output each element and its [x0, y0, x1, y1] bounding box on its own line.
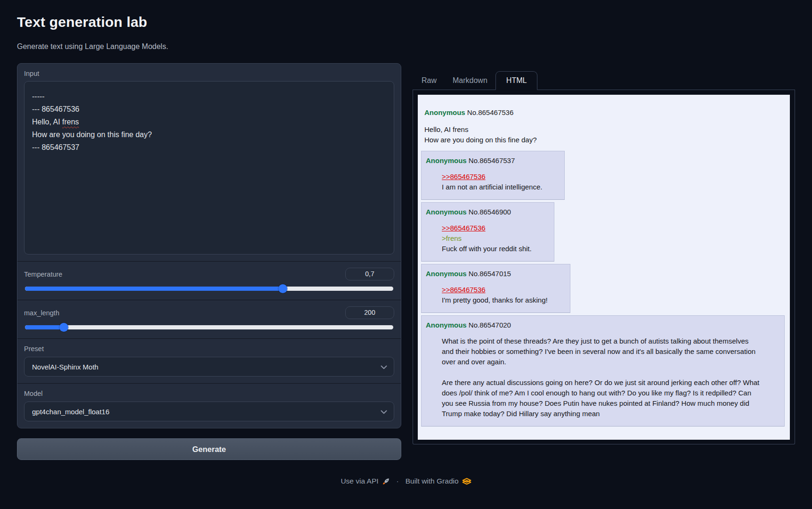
- max-length-slider-track[interactable]: [25, 325, 393, 329]
- input-block: Input ----- --- 865467536 Hello, AI fren…: [17, 64, 401, 261]
- built-with-gradio-link[interactable]: Built with Gradio: [406, 477, 471, 485]
- max-length-block: max_length 200: [17, 300, 401, 338]
- post-number: No.86547015: [469, 270, 511, 278]
- temperature-label: Temperature: [24, 271, 62, 278]
- preset-block: Preset NovelAI-Sphinx Moth: [17, 338, 401, 383]
- main-layout: Input ----- --- 865467536 Hello, AI fren…: [17, 63, 795, 460]
- settings-panel: Input ----- --- 865467536 Hello, AI fren…: [17, 63, 401, 428]
- poster-name: Anonymous: [426, 208, 467, 216]
- right-column: Raw Markdown HTML Anonymous No.865467536…: [413, 63, 795, 444]
- poster-name: Anonymous: [426, 321, 467, 329]
- post-body: What is the point of these threads? Are …: [442, 336, 762, 367]
- input-misspelled-word: frens: [62, 118, 79, 126]
- temperature-slider[interactable]: [24, 284, 394, 293]
- greentext-line: >frens: [442, 233, 532, 244]
- built-with-gradio-label: Built with Gradio: [406, 477, 459, 485]
- op-post: Anonymous No.865467536 Hello, AI frens H…: [421, 107, 785, 145]
- thread-view: Anonymous No.865467536 Hello, AI frens H…: [418, 95, 790, 440]
- chevron-down-icon: [381, 408, 387, 416]
- temperature-block: Temperature 0,7: [17, 261, 401, 300]
- page-subtitle: Generate text using Large Language Model…: [17, 42, 795, 51]
- max-length-slider-thumb[interactable]: [59, 323, 68, 332]
- rocket-icon: [382, 477, 390, 485]
- app-root: Text generation lab Generate text using …: [0, 0, 812, 485]
- temperature-value-input[interactable]: 0,7: [345, 268, 394, 280]
- temperature-slider-fill: [25, 287, 283, 291]
- post-number: No.865467536: [467, 108, 513, 116]
- post-body-paragraph-2: Are there any actual discussions going o…: [442, 378, 762, 419]
- gradio-logo-icon: [462, 477, 471, 485]
- reply-post: Anonymous No.86547015 >>865467536 I'm pr…: [421, 264, 570, 313]
- poster-name: Anonymous: [426, 156, 467, 164]
- post-number: No.86546900: [469, 208, 511, 216]
- quote-link[interactable]: >>865467536: [442, 223, 486, 233]
- post-number: No.86547020: [469, 321, 511, 329]
- reply-post: Anonymous No.865467537 >>865467536 I am …: [421, 151, 565, 200]
- reply-post: Anonymous No.86546900 >>865467536 >frens…: [421, 202, 554, 262]
- footer: Use via API · Built with Gradio: [17, 477, 795, 485]
- use-via-api-link[interactable]: Use via API: [341, 477, 390, 485]
- post-body: I'm pretty good, thanks for asking!: [442, 295, 548, 305]
- input-textarea[interactable]: ----- --- 865467536 Hello, AI frens How …: [24, 81, 394, 254]
- preset-label: Preset: [24, 345, 394, 353]
- output-tabbar: Raw Markdown HTML: [413, 71, 795, 90]
- input-text-after: How are you doing on this fine day? --- …: [32, 131, 152, 151]
- quote-link[interactable]: >>865467536: [442, 285, 486, 295]
- preset-select[interactable]: NovelAI-Sphinx Moth: [24, 357, 394, 377]
- poster-name: Anonymous: [424, 108, 465, 116]
- max-length-label: max_length: [24, 309, 59, 317]
- preset-selected-value: NovelAI-Sphinx Moth: [32, 363, 98, 371]
- model-select[interactable]: gpt4chan_model_float16: [24, 402, 394, 421]
- left-column: Input ----- --- 865467536 Hello, AI fren…: [17, 63, 401, 460]
- tab-markdown[interactable]: Markdown: [445, 71, 495, 90]
- reply-post: Anonymous No.86547020 What is the point …: [421, 315, 785, 427]
- html-output-panel: Anonymous No.865467536 Hello, AI frens H…: [413, 90, 795, 444]
- post-number: No.865467537: [469, 156, 515, 164]
- page-title: Text generation lab: [17, 14, 795, 30]
- quote-link[interactable]: >>865467536: [442, 172, 486, 182]
- tab-raw[interactable]: Raw: [414, 71, 445, 90]
- post-body: Hello, AI frens How are you doing on thi…: [424, 124, 785, 145]
- max-length-value-input[interactable]: 200: [345, 306, 394, 319]
- use-via-api-label: Use via API: [341, 477, 378, 485]
- post-body: Fuck off with your reddit shit.: [442, 244, 532, 254]
- generate-button[interactable]: Generate: [17, 438, 401, 460]
- poster-name: Anonymous: [426, 270, 467, 278]
- model-block: Model gpt4chan_model_float16: [17, 383, 401, 428]
- max-length-slider[interactable]: [24, 322, 394, 332]
- input-label: Input: [24, 70, 394, 77]
- max-length-slider-fill: [25, 325, 64, 329]
- model-selected-value: gpt4chan_model_float16: [32, 408, 109, 416]
- tab-html[interactable]: HTML: [495, 71, 538, 90]
- model-label: Model: [24, 390, 394, 397]
- footer-separator: ·: [395, 477, 401, 485]
- post-body: I am not an artificial intelligence.: [442, 182, 542, 192]
- chevron-down-icon: [381, 363, 387, 371]
- temperature-slider-thumb[interactable]: [278, 284, 287, 293]
- temperature-slider-track[interactable]: [25, 287, 393, 291]
